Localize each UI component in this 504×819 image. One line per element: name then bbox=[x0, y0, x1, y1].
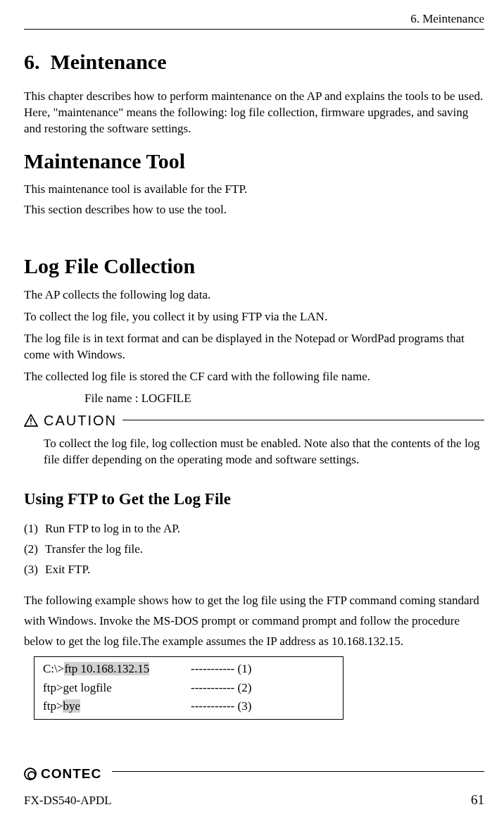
step-text: Exit FTP. bbox=[45, 563, 90, 576]
brand-logo: CONTEC bbox=[24, 765, 112, 783]
model-number: FX-DS540-APDL bbox=[24, 793, 112, 809]
brand-text: CONTEC bbox=[41, 765, 101, 783]
step-num: (2) bbox=[24, 542, 45, 558]
list-item: (2)Transfer the log file. bbox=[24, 542, 484, 558]
cmd-marker: ----------- (1) bbox=[191, 661, 251, 677]
list-item: (3)Exit FTP. bbox=[24, 562, 484, 578]
caution-head: CAUTION bbox=[24, 411, 122, 430]
example-paragraph: The following example shows how to get t… bbox=[24, 591, 484, 652]
section-maintenance-tool: Maintenance Tool bbox=[24, 147, 484, 176]
command-box: C:\>ftp 10.168.132.15 ----------- (1) ft… bbox=[34, 656, 344, 720]
step-num: (3) bbox=[24, 562, 45, 578]
cmd-row: C:\>ftp 10.168.132.15 ----------- (1) bbox=[43, 661, 336, 677]
chapter-heading: 6. Meintenance bbox=[24, 48, 484, 77]
warning-icon bbox=[24, 414, 38, 427]
section-log-file-collection: Log File Collection bbox=[24, 252, 484, 281]
list-item: (1)Run FTP to log in to the AP. bbox=[24, 521, 484, 537]
contec-c-icon bbox=[24, 768, 37, 780]
svg-rect-1 bbox=[30, 423, 32, 425]
chapter-intro: This chapter describes how to perform ma… bbox=[24, 89, 484, 137]
top-rule bbox=[24, 29, 484, 30]
log-file-name: File name : LOGFILE bbox=[84, 391, 484, 407]
maintenance-p1: This maintenance tool is available for t… bbox=[24, 182, 484, 198]
cmd-prefix: ftp>get logfile bbox=[43, 681, 112, 694]
step-text: Transfer the log file. bbox=[45, 542, 143, 556]
cmd-highlight: ftp 10.168.132.15 bbox=[64, 662, 149, 675]
chapter-number: 6. bbox=[24, 50, 40, 73]
chapter-title: Meintenance bbox=[51, 50, 167, 73]
cmd-prefix: C:\> bbox=[43, 662, 64, 675]
caution-body: To collect the log file, log collection … bbox=[24, 432, 484, 468]
cmd-row: ftp>get logfile ----------- (2) bbox=[43, 680, 336, 696]
log-p1: The AP collects the following log data. bbox=[24, 287, 484, 304]
subsection-using-ftp: Using FTP to Get the Log File bbox=[24, 488, 484, 510]
caution-label: CAUTION bbox=[44, 411, 117, 430]
svg-rect-0 bbox=[30, 418, 32, 423]
cmd-prefix: ftp> bbox=[43, 699, 63, 713]
step-text: Run FTP to log in to the AP. bbox=[45, 522, 180, 535]
maintenance-p2: This section describes how to use the to… bbox=[24, 202, 484, 218]
running-head: 6. Meintenance bbox=[24, 0, 484, 29]
page-number: 61 bbox=[471, 791, 484, 809]
caution-block: CAUTION To collect the log file, log col… bbox=[24, 411, 484, 468]
step-num: (1) bbox=[24, 521, 45, 537]
log-p3: The log file is in text format and can b… bbox=[24, 331, 484, 363]
cmd-highlight: bye bbox=[63, 699, 80, 713]
cmd-marker: ----------- (2) bbox=[191, 680, 251, 696]
page-footer: CONTEC FX-DS540-APDL 61 bbox=[24, 771, 484, 809]
step-list: (1)Run FTP to log in to the AP. (2)Trans… bbox=[24, 521, 484, 578]
log-p2: To collect the log file, you collect it … bbox=[24, 309, 484, 325]
cmd-row: ftp>bye ----------- (3) bbox=[43, 699, 336, 715]
cmd-marker: ----------- (3) bbox=[191, 699, 251, 715]
log-p4: The collected log file is stored the CF … bbox=[24, 369, 484, 385]
